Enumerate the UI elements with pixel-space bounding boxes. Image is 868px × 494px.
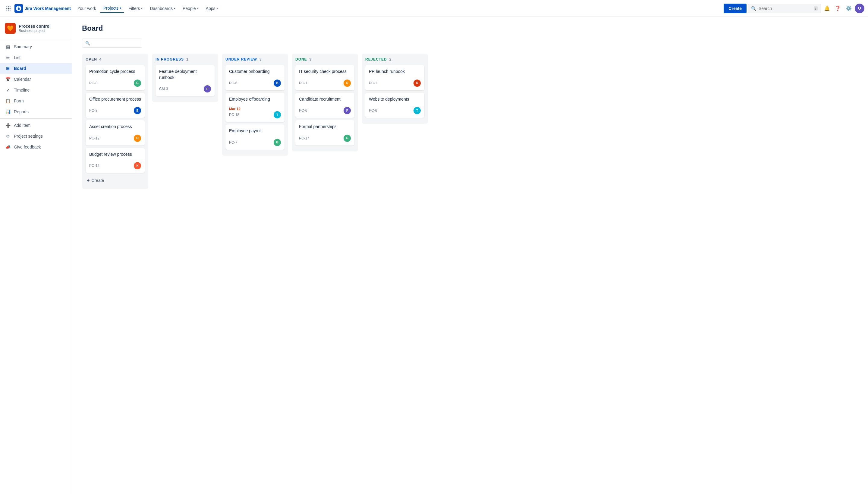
settings-button[interactable]: ⚙️ xyxy=(844,4,853,13)
projects-nav[interactable]: Projects ▾ xyxy=(100,4,125,13)
sidebar-item-label: Reports xyxy=(14,109,29,114)
board-card[interactable]: Budget review processPC-12K xyxy=(86,148,145,173)
sidebar-item-label: Project settings xyxy=(14,134,43,138)
sidebar-item-board[interactable]: ⊞ Board xyxy=(0,63,72,74)
board-card[interactable]: Customer onboardingPC-6B xyxy=(225,65,284,90)
card-title: PR launch runbook xyxy=(369,69,421,75)
app-logo[interactable]: Jira Work Management xyxy=(15,4,71,13)
board-card[interactable]: Office procurement processPC-8B xyxy=(86,93,145,118)
create-card-button[interactable]: + Create xyxy=(86,175,145,186)
notifications-button[interactable]: 🔔 xyxy=(822,4,832,13)
column-header-under-review: UNDER REVIEW3 xyxy=(225,57,284,61)
search-box[interactable]: 🔍 / xyxy=(748,4,821,13)
your-work-nav[interactable]: Your work xyxy=(74,4,99,13)
people-nav[interactable]: People ▾ xyxy=(180,4,202,13)
board-search-box[interactable]: 🔍 xyxy=(82,39,142,48)
project-name: Process control xyxy=(19,24,51,28)
card-footer: PC-7G xyxy=(229,139,281,146)
help-button[interactable]: ❓ xyxy=(833,4,843,13)
sidebar-item-summary[interactable]: ▦ Summary xyxy=(0,41,72,52)
card-avatar: O xyxy=(344,79,351,87)
card-title: IT security check process xyxy=(299,69,351,75)
card-ticket-id: CM-3 xyxy=(159,87,168,91)
add-icon: ➕ xyxy=(5,122,11,128)
card-ticket-id: PC-1 xyxy=(299,81,307,85)
card-avatar: G xyxy=(344,135,351,142)
people-chevron-icon: ▾ xyxy=(197,7,199,10)
card-footer: PC-8G xyxy=(89,79,141,87)
app-layout: 🧡 Process control Business project ▦ Sum… xyxy=(0,17,868,494)
board-card[interactable]: Formal partnershipsPC-17G xyxy=(295,120,354,146)
card-ticket-id: PC-18 xyxy=(229,113,239,117)
board-card[interactable]: Website deploymentsPC-6T xyxy=(365,93,424,118)
sidebar-item-list[interactable]: ☰ List xyxy=(0,52,72,63)
card-footer: PC-12K xyxy=(89,162,141,169)
column-under-review: UNDER REVIEW3Customer onboardingPC-6BEmp… xyxy=(222,54,288,156)
project-settings-icon: ⚙ xyxy=(5,133,11,139)
sidebar-item-reports[interactable]: 📊 Reports xyxy=(0,106,72,117)
list-icon: ☰ xyxy=(5,55,11,60)
svg-rect-0 xyxy=(6,6,7,7)
card-avatar: R xyxy=(413,79,421,87)
svg-rect-3 xyxy=(6,8,7,9)
sidebar-item-label: Summary xyxy=(14,44,32,49)
svg-rect-8 xyxy=(10,10,11,10)
column-done: DONE3IT security check processPC-1OCandi… xyxy=(292,54,358,152)
card-title: Budget review process xyxy=(89,152,141,157)
card-ticket-id: PC-8 xyxy=(89,109,97,113)
card-avatar: G xyxy=(134,79,141,87)
search-shortcut: / xyxy=(814,6,818,11)
card-title: Employee offboarding xyxy=(229,96,281,102)
card-title: Office procurement process xyxy=(89,96,141,102)
card-avatar: T xyxy=(274,111,281,118)
svg-rect-9 xyxy=(15,4,23,13)
sidebar-item-label: Add item xyxy=(14,123,31,128)
project-info: Process control Business project xyxy=(19,24,51,33)
apps-nav[interactable]: Apps ▾ xyxy=(203,4,221,13)
column-in-progress: IN PROGRESS1Feature deployment runbookCM… xyxy=(152,54,218,102)
board-search-input[interactable] xyxy=(93,41,145,45)
sidebar-divider xyxy=(0,40,72,40)
top-navigation: Jira Work Management Your work Projects … xyxy=(0,0,868,17)
board-card[interactable]: Feature deployment runbookCM-3P xyxy=(155,65,215,96)
board-card[interactable]: Employee payrollPC-7G xyxy=(225,125,284,150)
board-icon: ⊞ xyxy=(5,65,11,71)
card-footer: PC-12O xyxy=(89,135,141,142)
column-header-in-progress: IN PROGRESS1 xyxy=(155,57,215,61)
user-avatar[interactable]: U xyxy=(855,4,864,13)
dashboards-nav[interactable]: Dashboards ▾ xyxy=(147,4,179,13)
card-ticket-id: PC-1 xyxy=(369,81,377,85)
board-card[interactable]: PR launch runbookPC-1R xyxy=(365,65,424,90)
sidebar-item-form[interactable]: 📋 Form xyxy=(0,95,72,106)
card-title: Website deployments xyxy=(369,96,421,102)
board-card[interactable]: Candidate recruitmentPC-6P xyxy=(295,93,354,118)
board-card[interactable]: Employee offboardingMar 12PC-18T xyxy=(225,93,284,122)
search-input[interactable] xyxy=(759,6,811,11)
create-label: Create xyxy=(91,178,104,183)
card-ticket-id: PC-8 xyxy=(89,81,97,85)
board-card[interactable]: Promotion cycle processPC-8G xyxy=(86,65,145,90)
board-card[interactable]: IT security check processPC-1O xyxy=(295,65,354,90)
create-button[interactable]: Create xyxy=(724,4,746,13)
column-title: IN PROGRESS xyxy=(155,57,184,61)
sidebar-item-label: List xyxy=(14,55,20,60)
card-footer: PC-18T xyxy=(229,111,281,118)
svg-point-10 xyxy=(18,6,19,7)
sidebar-item-calendar[interactable]: 📅 Calendar xyxy=(0,74,72,84)
grid-menu-icon[interactable] xyxy=(4,4,13,13)
card-footer: CM-3P xyxy=(159,85,211,93)
page-title: Board xyxy=(82,24,858,33)
sidebar-item-give-feedback[interactable]: 📣 Give feedback xyxy=(0,141,72,152)
apps-chevron-icon: ▾ xyxy=(216,7,218,10)
sidebar-item-timeline[interactable]: ⤢ Timeline xyxy=(0,84,72,95)
card-title: Candidate recruitment xyxy=(299,96,351,102)
column-header-done: DONE3 xyxy=(295,57,354,61)
filters-nav[interactable]: Filters ▾ xyxy=(125,4,146,13)
sidebar-item-project-settings[interactable]: ⚙ Project settings xyxy=(0,131,72,141)
card-title: Formal partnerships xyxy=(299,124,351,130)
card-title: Customer onboarding xyxy=(229,69,281,75)
column-count: 3 xyxy=(259,57,262,61)
board-card[interactable]: Asset creation processPC-12O xyxy=(86,120,145,146)
card-ticket-id: PC-17 xyxy=(299,136,309,140)
sidebar-item-add-item[interactable]: ➕ Add item xyxy=(0,120,72,131)
